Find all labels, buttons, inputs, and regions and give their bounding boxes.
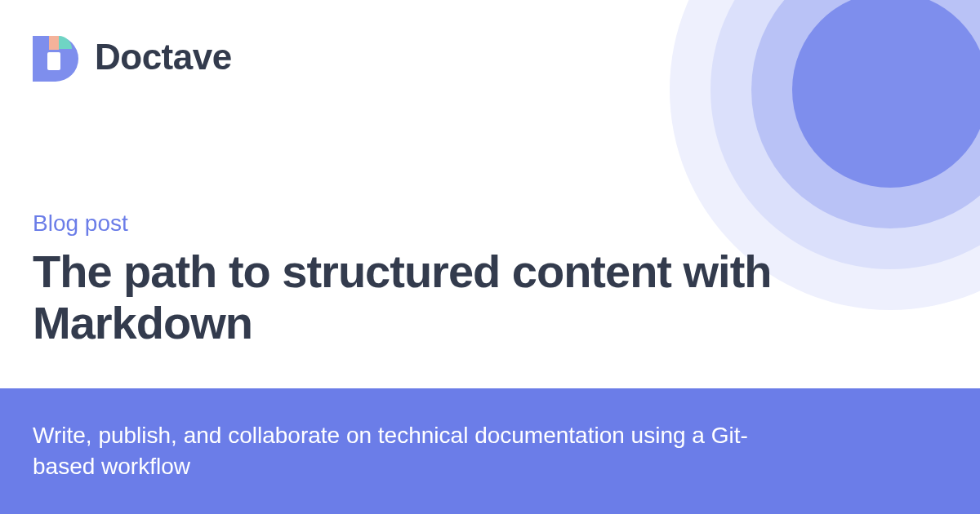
ring-inner [792, 0, 980, 188]
svg-rect-0 [47, 52, 60, 70]
post-title: The path to structured content with Mark… [33, 246, 947, 348]
post-content: Blog post The path to structured content… [33, 210, 947, 348]
header: Doctave [33, 33, 232, 82]
tagline: Write, publish, and collaborate on techn… [33, 420, 751, 482]
brand-name: Doctave [95, 37, 232, 78]
category-label: Blog post [33, 210, 947, 237]
ring-mid-inner [751, 0, 980, 228]
footer-banner: Write, publish, and collaborate on techn… [0, 388, 980, 514]
doctave-logo-icon [33, 33, 82, 82]
